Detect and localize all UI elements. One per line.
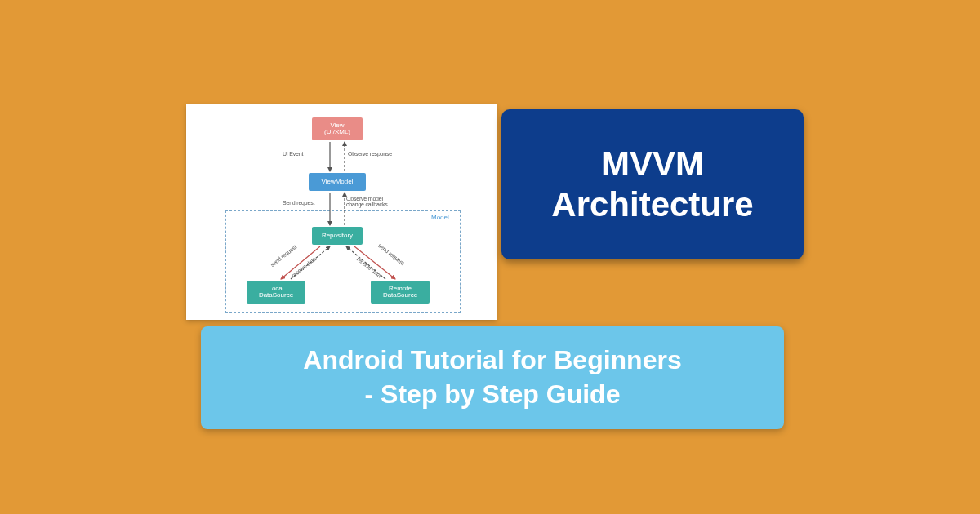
remote-ds-label: RemoteDataSource — [383, 286, 417, 299]
viewmodel-node: ViewModel — [309, 173, 366, 191]
edge-label-observe-response: Observe response — [348, 151, 392, 157]
edge-label-ui-event: UI Event — [283, 151, 303, 157]
title-card-text: MVVM Architecture — [551, 144, 753, 224]
edge-label-send-request: Send request — [283, 200, 314, 206]
subtitle-line1: Android Tutorial for Beginners — [303, 345, 681, 374]
view-node: View(UI/XML) — [312, 117, 363, 140]
subtitle-line2: - Step by Step Guide — [365, 379, 621, 409]
subtitle-card-text: Android Tutorial for Beginners - Step by… — [303, 343, 681, 411]
repository-node-label: Repository — [322, 233, 353, 239]
local-datasource-node: LocalDataSource — [247, 281, 305, 304]
edge-label-observe-model: Observe modelchange callbacks — [346, 196, 394, 207]
remote-datasource-node: RemoteDataSource — [371, 281, 430, 304]
viewmodel-node-label: ViewModel — [322, 179, 354, 185]
mvvm-diagram-panel: Model View(UI/XML) ViewModel Repository … — [186, 104, 497, 320]
local-ds-label: LocalDataSource — [259, 286, 293, 299]
repository-node: Repository — [312, 227, 363, 245]
model-container-label: Model — [431, 214, 449, 221]
subtitle-card: Android Tutorial for Beginners - Step by… — [201, 326, 784, 429]
title-line2: Architecture — [551, 185, 753, 224]
title-line1: MVVM — [601, 144, 704, 183]
title-card: MVVM Architecture — [501, 109, 804, 259]
view-node-label: View(UI/XML) — [324, 122, 350, 136]
